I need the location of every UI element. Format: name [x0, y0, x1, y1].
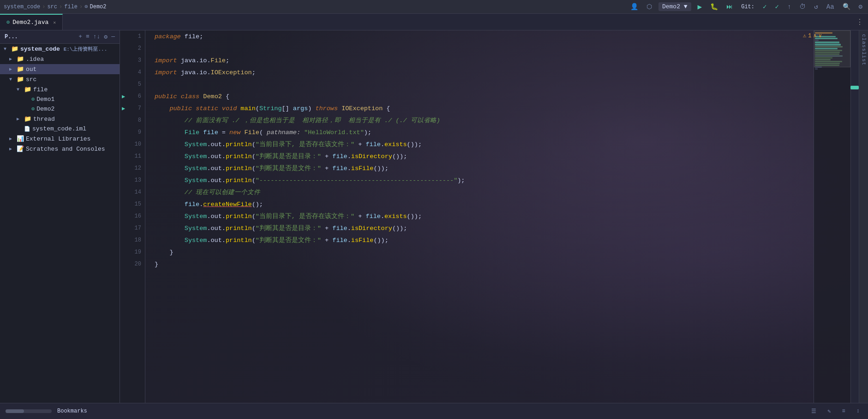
debug-button[interactable]: 🐛: [708, 2, 720, 12]
token: [192, 105, 196, 112]
iml-icon: 📄: [24, 126, 30, 132]
sidebar-add-icon[interactable]: +: [78, 33, 82, 41]
line-num-17: 17: [120, 222, 145, 234]
git-push-icon[interactable]: ↑: [785, 2, 793, 12]
tree-item-root[interactable]: ▼ 📁 system_code E:\上传资料至...: [0, 44, 120, 54]
token: System: [155, 225, 207, 232]
breadcrumb-java-icon: ⊙: [84, 3, 88, 10]
sidebar-sort-icon[interactable]: ↑↓: [93, 33, 101, 41]
token: }: [155, 249, 174, 256]
token: package: [155, 33, 181, 40]
line-num-3: 3: [120, 54, 145, 66]
lib-icon: 📊: [17, 135, 24, 142]
sidebar-minimize-icon[interactable]: —: [111, 33, 115, 41]
git-tick-icon[interactable]: ✓: [773, 2, 780, 12]
git-revert-icon[interactable]: ↺: [812, 2, 820, 12]
token: (: [252, 177, 256, 184]
token: .out.: [207, 237, 226, 244]
token: println: [226, 165, 252, 172]
breadcrumb-src[interactable]: src: [47, 4, 57, 10]
run-arrow-6[interactable]: ▶: [122, 93, 125, 100]
toolbar-user-icon[interactable]: 👤: [629, 2, 640, 12]
folder-icon-out: 📁: [17, 65, 24, 73]
token: .out.: [207, 225, 226, 232]
tree-arrow-external: ▶: [9, 136, 15, 142]
tab-more-button[interactable]: ⋮: [851, 18, 868, 27]
run-arrow-7[interactable]: ▶: [122, 105, 125, 112]
tree-item-iml[interactable]: ▶ 📄 system_code.iml: [0, 124, 120, 134]
tree-item-src[interactable]: ▼ 📁 src: [0, 74, 120, 84]
tree-label-demo2: Demo2: [36, 106, 54, 112]
main-layout: P... + ≡ ↑↓ ⚙ — ▼ 📁 system_code E:\上传资料至…: [0, 30, 868, 403]
tree-item-scratches[interactable]: ▶ 📝 Scratches and Consoles: [0, 144, 120, 154]
line-num-11: 11: [120, 150, 145, 162]
bottom-sort-icon[interactable]: ≡: [839, 407, 848, 415]
tree-arrow-file: ▼: [17, 87, 22, 92]
java-icon-demo2: ⊙: [31, 106, 35, 112]
token: .: [347, 225, 351, 232]
code-editor[interactable]: package file; import java.io.File; impor…: [145, 30, 814, 403]
tree-item-idea[interactable]: ▶ 📁 .idea: [0, 54, 120, 64]
token: (: [252, 213, 256, 220]
scratch-icon: 📝: [17, 145, 24, 153]
editor-area: ⚠ 1 ∧ ∨ 1 2 3 4 5 ▶ 6 ▶ 7 8 9 10 11 12 1: [120, 30, 868, 403]
token: Demo2: [203, 93, 222, 100]
breadcrumb-root[interactable]: system_code: [4, 4, 40, 10]
code-line-10: System.out.println("当前目录下, 是否存在该文件：" + f…: [145, 138, 814, 150]
tree-item-external-libs[interactable]: ▶ 📊 External Libraries: [0, 134, 120, 144]
token: System: [155, 177, 207, 184]
tree-label-external: External Libraries: [26, 136, 90, 142]
token: .: [347, 165, 351, 172]
sidebar-header: P... + ≡ ↑↓ ⚙ —: [0, 30, 120, 44]
token: java.io.: [177, 57, 211, 64]
sidebar-settings-icon[interactable]: ⚙: [104, 33, 108, 41]
right-scrollbar[interactable]: [850, 30, 859, 403]
breadcrumb: system_code › src › file › ⊙ Demo2: [4, 3, 107, 10]
classlist-label: classlist: [861, 34, 867, 65]
classlist-panel[interactable]: classlist: [859, 30, 868, 403]
tree-item-demo2[interactable]: ▶ ⊙ Demo2: [0, 104, 120, 114]
line-num-18: 18: [120, 234, 145, 246]
token: +: [354, 141, 365, 148]
tab-demo2[interactable]: ⊙ Demo2.java ✕: [0, 14, 63, 30]
sidebar-menu-icon[interactable]: ≡: [86, 33, 90, 41]
token: .: [199, 201, 203, 208]
token: ());: [407, 213, 422, 220]
bottom-edit-icon[interactable]: ✎: [825, 407, 833, 416]
tree-label-scratches: Scratches and Consoles: [26, 146, 105, 153]
git-history-icon[interactable]: ⏱: [797, 2, 808, 12]
tree-item-thread[interactable]: ▶ 📁 thread: [0, 114, 120, 124]
bottom-list-icon[interactable]: ☰: [808, 407, 819, 416]
step-over-button[interactable]: ⏭: [724, 2, 735, 12]
git-check-icon[interactable]: ✓: [761, 2, 768, 12]
warning-nav-down[interactable]: ∨: [819, 32, 822, 39]
token: file: [332, 165, 347, 172]
tab-close-button[interactable]: ✕: [53, 20, 56, 25]
token: );: [457, 177, 465, 184]
line-num-12: 12: [120, 162, 145, 174]
run-button[interactable]: ▶: [696, 1, 704, 12]
token: (: [252, 141, 256, 148]
font-size-icon[interactable]: Aa: [825, 2, 836, 12]
run-config-label[interactable]: Demo2 ▼: [658, 2, 691, 11]
token: "HelloWorld.txt": [304, 129, 364, 136]
bookmark-label: Bookmarks: [57, 408, 87, 414]
tree-item-file[interactable]: ▼ 📁 file: [0, 84, 120, 94]
bottom-expand-icon[interactable]: ↕: [854, 407, 862, 415]
settings-icon[interactable]: ⚙: [857, 2, 864, 12]
search-icon[interactable]: 🔍: [841, 2, 852, 12]
token: "判断其是否是目录：": [256, 152, 321, 160]
code-line-3: import java.io.File;: [145, 54, 814, 66]
token: args: [293, 105, 308, 112]
tree-item-demo1[interactable]: ▶ ⊙ Demo1: [0, 94, 120, 104]
toolbar-nav-icon[interactable]: ⬡: [645, 2, 654, 12]
token: "判断其是否是目录：": [256, 224, 321, 232]
code-line-15: file.createNewFile();: [145, 198, 814, 210]
horizontal-scrollbar[interactable]: [6, 409, 52, 413]
warning-nav-up[interactable]: ∧: [814, 32, 817, 39]
token: file: [203, 129, 218, 136]
breadcrumb-file[interactable]: file: [64, 4, 78, 10]
git-label: Git:: [739, 3, 756, 11]
token: file: [365, 213, 380, 220]
tree-item-out[interactable]: ▶ 📁 out: [0, 64, 120, 74]
